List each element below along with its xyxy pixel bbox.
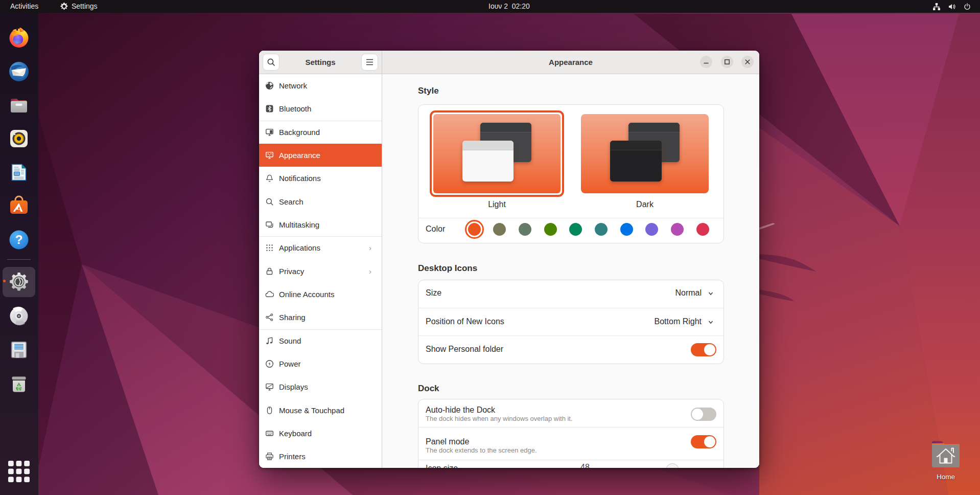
svg-text:?: ? — [15, 233, 23, 246]
